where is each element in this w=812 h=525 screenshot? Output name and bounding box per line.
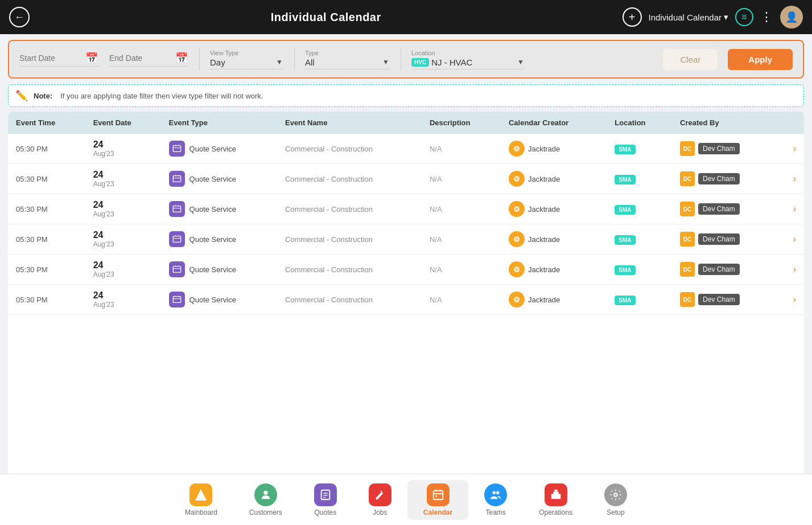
- event-type-icon: [169, 141, 185, 157]
- menu-button[interactable]: ≡: [735, 8, 753, 26]
- cell-creator-2: ⚙ Jacktrade: [501, 194, 607, 224]
- cell-creator-0: ⚙ Jacktrade: [501, 134, 607, 164]
- creator-avatar: ⚙: [509, 171, 525, 187]
- creator-name: Jacktrade: [528, 205, 560, 214]
- more-options-button[interactable]: ⋮: [760, 10, 773, 24]
- end-date-calendar-icon[interactable]: 📅: [175, 52, 188, 64]
- view-type-arrow-icon: ▼: [276, 58, 283, 66]
- filter-bar: 📅 📅 View Type Day Week Month ▼ Type All …: [8, 40, 804, 79]
- row-chevron-right-icon[interactable]: ›: [793, 174, 796, 183]
- divider-2: [294, 48, 295, 71]
- cell-location-0: SMA: [607, 134, 672, 164]
- creator-avatar: ⚙: [509, 201, 525, 217]
- nav-item-teams[interactable]: Teams: [468, 480, 523, 520]
- divider-3: [401, 48, 401, 71]
- bottom-nav: Mainboard Customers Quotes: [0, 474, 812, 525]
- cell-arrow-1[interactable]: ›: [777, 164, 804, 194]
- table-area: Event Time Event Date Event Type Event N…: [8, 112, 804, 474]
- start-date-input[interactable]: [19, 54, 82, 63]
- cell-arrow-3[interactable]: ›: [777, 224, 804, 255]
- creator-avatar: ⚙: [509, 292, 525, 307]
- table-row: 05:30 PM 24 Aug'23 Quote Service Comme: [8, 134, 804, 164]
- view-type-select[interactable]: Day Week Month: [210, 58, 245, 67]
- created-by-name: Dev Cham: [698, 264, 740, 275]
- table-wrapper: Event Time Event Date Event Type Event N…: [8, 112, 804, 474]
- cell-description-5: N/A: [422, 285, 501, 315]
- table-row: 05:30 PM 24 Aug'23 Quote Service Comme: [8, 285, 804, 315]
- cell-description-4: N/A: [422, 255, 501, 285]
- cell-event-name-5: Commercial - Construction: [277, 285, 422, 315]
- cell-created-by-4: DC Dev Cham: [672, 255, 777, 285]
- calendar-selector[interactable]: Individual Calendar ▾: [649, 12, 728, 22]
- location-group: Location HVC NJ - HVAC NY - HVAC ▼: [411, 50, 525, 69]
- add-button[interactable]: +: [623, 7, 642, 27]
- add-icon: +: [629, 11, 636, 24]
- back-button[interactable]: ←: [9, 7, 30, 27]
- created-by-name: Dev Cham: [698, 143, 740, 154]
- created-by-name: Dev Cham: [698, 294, 740, 305]
- created-by-avatar: DC: [680, 202, 695, 216]
- creator-avatar: ⚙: [509, 231, 525, 247]
- col-calendar-creator: Calendar Creator: [501, 112, 607, 134]
- nav-label-jobs: Jobs: [373, 508, 387, 516]
- nav-item-mainboard[interactable]: Mainboard: [169, 480, 233, 520]
- page-title: Individual Calendar: [30, 11, 623, 24]
- type-select[interactable]: All Quote Service Job Service: [305, 58, 371, 67]
- nav-label-quotes: Quotes: [314, 508, 336, 516]
- nav-item-operations[interactable]: Operations: [523, 480, 588, 520]
- location-badge: HVC: [411, 58, 429, 67]
- cell-event-name-2: Commercial - Construction: [277, 194, 422, 224]
- event-type-text: Quote Service: [189, 205, 236, 214]
- row-chevron-right-icon[interactable]: ›: [793, 294, 796, 304]
- event-type-text: Quote Service: [189, 145, 236, 153]
- svg-rect-20: [173, 297, 180, 303]
- created-by-name: Dev Cham: [698, 233, 740, 245]
- cell-creator-3: ⚙ Jacktrade: [501, 224, 607, 255]
- nav-label-mainboard: Mainboard: [185, 508, 217, 516]
- cell-arrow-2[interactable]: ›: [777, 194, 804, 224]
- creator-name: Jacktrade: [528, 235, 560, 244]
- svg-point-40: [614, 493, 617, 497]
- created-by-avatar: DC: [680, 262, 695, 277]
- svg-rect-12: [173, 236, 180, 243]
- cell-created-by-0: DC Dev Cham: [672, 134, 777, 164]
- cell-arrow-5[interactable]: ›: [777, 285, 804, 315]
- apply-button[interactable]: Apply: [728, 49, 793, 70]
- created-by-avatar: DC: [680, 141, 695, 156]
- cell-event-type-1: Quote Service: [161, 164, 277, 194]
- creator-name: Jacktrade: [528, 175, 560, 183]
- chevron-down-icon: ▾: [724, 12, 728, 22]
- end-date-input[interactable]: [109, 54, 172, 63]
- col-description: Description: [422, 112, 501, 134]
- nav-item-setup[interactable]: Setup: [588, 480, 643, 520]
- creator-name: Jacktrade: [528, 145, 560, 153]
- cell-creator-1: ⚙ Jacktrade: [501, 164, 607, 194]
- back-icon: ←: [14, 11, 24, 23]
- location-label: Location: [411, 50, 525, 56]
- location-tag: SMA: [615, 265, 635, 275]
- cell-event-date-5: 24 Aug'23: [85, 285, 161, 315]
- cell-event-time-4: 05:30 PM: [8, 255, 85, 285]
- creator-name: Jacktrade: [528, 265, 560, 274]
- row-chevron-right-icon[interactable]: ›: [793, 143, 796, 153]
- location-select[interactable]: NJ - HVAC NY - HVAC: [431, 58, 505, 67]
- user-avatar[interactable]: 👤: [780, 6, 803, 28]
- row-chevron-right-icon[interactable]: ›: [793, 264, 796, 274]
- row-chevron-right-icon[interactable]: ›: [793, 204, 796, 214]
- cell-description-2: N/A: [422, 194, 501, 224]
- nav-item-quotes[interactable]: Quotes: [298, 480, 353, 520]
- cell-creator-5: ⚙ Jacktrade: [501, 285, 607, 315]
- row-chevron-right-icon[interactable]: ›: [793, 234, 796, 244]
- cell-arrow-0[interactable]: ›: [777, 134, 804, 164]
- start-date-calendar-icon[interactable]: 📅: [85, 52, 98, 64]
- clear-button[interactable]: Clear: [663, 49, 718, 70]
- nav-item-customers[interactable]: Customers: [233, 480, 298, 520]
- cell-arrow-4[interactable]: ›: [777, 255, 804, 285]
- end-date-input-wrap: 📅: [109, 52, 189, 67]
- nav-item-jobs[interactable]: Jobs: [353, 480, 407, 520]
- cell-event-type-3: Quote Service: [161, 224, 277, 255]
- note-bar: ✏️ Note: If you are applying date filter…: [8, 84, 804, 107]
- event-type-icon: [169, 171, 185, 187]
- svg-rect-39: [554, 489, 558, 491]
- nav-item-calendar[interactable]: Calendar: [407, 480, 468, 520]
